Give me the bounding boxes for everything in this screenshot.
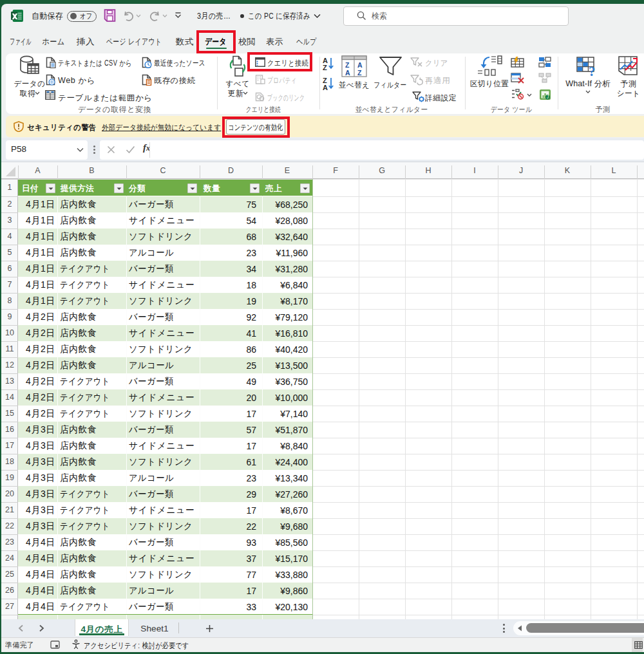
- svg-text:A: A: [323, 84, 328, 91]
- svg-text:A: A: [345, 69, 350, 77]
- svg-text:Z: Z: [345, 61, 350, 69]
- svg-text:J: J: [547, 95, 549, 99]
- svg-text:Z: Z: [357, 69, 362, 77]
- svg-text:A: A: [357, 61, 363, 69]
- svg-text:?: ?: [589, 64, 596, 77]
- svg-text:Z: Z: [323, 64, 327, 71]
